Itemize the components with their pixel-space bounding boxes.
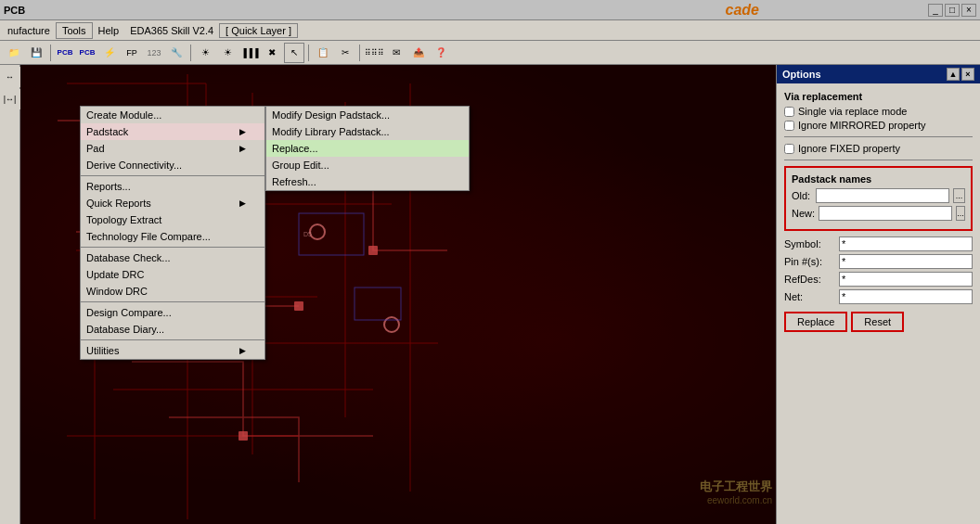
menu-utilities[interactable]: Utilities ▶ [81,342,264,359]
toolbar-btn-18[interactable]: ❓ [431,43,451,63]
pcb-canvas: R59 D5 POWER EDG 电子工程世界 eeworld.com.cn C… [20,65,776,524]
toolbar-btn-16[interactable]: ✉ [386,43,406,63]
new-browse-btn[interactable]: ... [956,206,965,221]
toolbar-btn-10[interactable]: ☀ [217,43,238,63]
reldes-label: RefDes: [784,274,835,285]
old-browse-btn[interactable]: ... [953,188,965,203]
svg-rect-21 [239,431,248,441]
menu-modify-design-padstack[interactable]: Modify Design Padstack... [266,107,469,123]
options-close-btn[interactable]: × [961,68,974,81]
menu-eda365[interactable]: EDA365 Skill V2.4 [124,23,219,38]
old-label: Old: [792,190,812,201]
net-input[interactable] [839,289,973,304]
replace-button[interactable]: Replace [784,312,847,332]
toolbar-btn-4[interactable]: PCB [77,43,97,63]
menu-padstack[interactable]: Padstack ▶ [81,123,264,140]
ignore-mirrored-row: Ignore MIRRORED property [784,120,973,131]
menu-topology-extract[interactable]: Topology Extract [81,211,264,228]
svg-text:D5: D5 [303,231,312,237]
toolbar-separator-2 [190,45,191,61]
options-pin-btn[interactable]: ▲ [947,68,960,81]
toolbar-cursor-btn[interactable]: ↖ [284,43,304,63]
left-toolbar: ↔ |↔| [0,65,20,524]
toolbar-btn-13[interactable]: 📋 [313,43,333,63]
toolbar-btn-3[interactable]: PCB [55,43,75,63]
options-sep-1 [784,136,973,137]
toolbar-btn-8[interactable]: 🔧 [166,43,187,63]
toolbar-btn-15[interactable]: ⠿⠿⠿ [364,43,384,63]
menu-quick-reports[interactable]: Quick Reports ▶ [81,195,264,211]
menu-manufacture[interactable]: nufacture [2,23,56,38]
minimize-btn[interactable]: _ [928,4,943,17]
symbol-input[interactable] [839,236,973,251]
reset-button[interactable]: Reset [851,312,904,332]
toolbar-btn-12[interactable]: ✖ [262,43,282,63]
menu-help[interactable]: Help [93,23,125,38]
menu-replace[interactable]: Replace... [266,140,469,157]
toolbar-btn-14[interactable]: ✂ [335,43,355,63]
toolbar-separator-3 [308,45,309,61]
svg-rect-20 [368,246,378,255]
single-via-checkbox[interactable] [784,107,794,117]
menu-update-drc[interactable]: Update DRC [81,266,264,283]
padstack-arrow: ▶ [239,127,246,136]
menu-modify-library-padstack[interactable]: Modify Library Padstack... [266,123,469,140]
menu-tools[interactable]: Tools [56,22,93,39]
pin-label: Pin #(s): [784,256,835,267]
menu-window-drc[interactable]: Window DRC [81,283,264,300]
padstack-submenu: Modify Design Padstack... Modify Library… [265,106,470,191]
toolbar-btn-7[interactable]: 123 [144,43,164,63]
ignore-mirrored-checkbox[interactable] [784,121,794,131]
menu-sep-2 [81,247,264,248]
menu-tech-file-compare[interactable]: Technology File Compare... [81,228,264,245]
toolbar-btn-11[interactable]: ▐▐▐ [239,43,260,63]
ignore-fixed-checkbox[interactable] [784,144,794,154]
ignore-fixed-label: Ignore FIXED property [798,143,900,154]
new-input[interactable] [819,206,952,221]
menu-design-compare[interactable]: Design Compare... [81,304,264,321]
net-row: Net: [784,289,973,304]
menu-sep-3 [81,301,264,302]
menu-database-diary[interactable]: Database Diary... [81,321,264,338]
toolbar-btn-5[interactable]: ⚡ [99,43,120,63]
options-content: Via replacement Single via replace mode … [777,83,980,524]
ignore-fixed-row: Ignore FIXED property [784,143,973,154]
menu-derive-connectivity[interactable]: Derive Connectivity... [81,157,264,173]
toolbar-btn-17[interactable]: 📤 [408,43,429,63]
reldes-input[interactable] [839,272,973,287]
options-title-controls: ▲ × [947,68,974,81]
menu-bar: cade nufacture Tools Help EDA365 Skill V… [0,20,980,41]
menu-sep-4 [81,339,264,340]
maximize-btn[interactable]: □ [945,4,960,17]
padstack-names-title: Padstack names [792,173,965,185]
menu-create-module[interactable]: Create Module... [81,107,264,123]
toolbar-btn-9[interactable]: ☀ [195,43,215,63]
menu-reports[interactable]: Reports... [81,178,264,195]
toolbar-btn-1[interactable]: 📁 [4,43,24,63]
menu-pad[interactable]: Pad ▶ [81,140,264,157]
left-tb-1[interactable]: ↔ [0,67,20,87]
reldes-row: RefDes: [784,272,973,287]
ignore-mirrored-label: Ignore MIRRORED property [798,120,926,131]
toolbar-btn-6[interactable]: FP [122,43,142,63]
via-replacement-title: Via replacement [784,91,973,102]
menu-database-check[interactable]: Database Check... [81,249,264,266]
new-field-row: New: ... [792,206,965,221]
tools-menu: Create Module... Padstack ▶ Pad ▶ Derive… [80,106,265,360]
toolbar-btn-2[interactable]: 💾 [26,43,46,63]
old-input[interactable] [816,188,949,203]
close-btn[interactable]: × [961,4,976,17]
left-tb-2[interactable]: |↔| [0,89,20,109]
title-bar: PCB _ □ × [0,0,980,20]
pad-arrow: ▶ [239,144,246,153]
pin-input[interactable] [839,254,973,269]
title-controls: _ □ × [928,4,976,17]
svg-rect-19 [294,301,303,311]
new-label: New: [792,208,815,219]
toolbar-separator-4 [359,45,360,61]
buttons-row: Replace Reset [784,312,973,332]
options-panel: Options ▲ × Via replacement Single via r… [776,65,980,524]
menu-group-edit[interactable]: Group Edit... [266,157,469,173]
menu-refresh[interactable]: Refresh... [266,173,469,190]
menu-quicklayer[interactable]: [ Quick Layer ] [219,23,298,38]
